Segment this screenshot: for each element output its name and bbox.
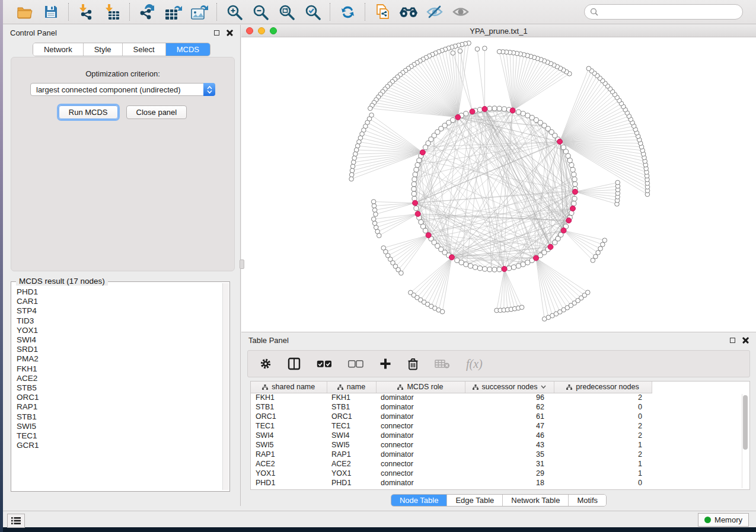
- table-row[interactable]: FKH1FKH1dominator962: [251, 393, 652, 402]
- show-all-icon[interactable]: [451, 2, 471, 21]
- network-node[interactable]: [487, 106, 492, 111]
- table-row[interactable]: RAP1RAP1dominator352: [251, 450, 652, 459]
- network-node[interactable]: [516, 264, 521, 268]
- network-node[interactable]: [371, 200, 376, 204]
- network-node[interactable]: [349, 177, 354, 181]
- network-node[interactable]: [368, 106, 373, 111]
- mcds-hub-node[interactable]: [470, 109, 475, 114]
- zoom-in-icon[interactable]: [224, 2, 244, 21]
- network-node[interactable]: [497, 267, 502, 272]
- tab-edge-table[interactable]: Edge Table: [447, 495, 503, 506]
- mcds-hub-node[interactable]: [415, 211, 420, 217]
- network-node[interactable]: [473, 265, 477, 270]
- mcds-hub-node[interactable]: [482, 107, 487, 112]
- network-node[interactable]: [417, 158, 422, 163]
- network-node[interactable]: [412, 182, 416, 187]
- network-node[interactable]: [464, 262, 468, 267]
- table-row[interactable]: SWI5SWI5connector431: [251, 440, 652, 450]
- network-node[interactable]: [423, 145, 428, 150]
- network-node[interactable]: [573, 182, 578, 187]
- network-node[interactable]: [468, 264, 473, 268]
- network-node[interactable]: [371, 217, 376, 222]
- mcds-result-item[interactable]: STB5: [15, 383, 222, 393]
- network-node[interactable]: [502, 107, 506, 111]
- network-node[interactable]: [567, 158, 572, 163]
- network-node[interactable]: [492, 106, 497, 111]
- function-builder-icon[interactable]: f(x): [466, 357, 483, 371]
- network-node[interactable]: [377, 233, 381, 238]
- network-node[interactable]: [475, 47, 480, 52]
- zoom-out-icon[interactable]: [250, 2, 270, 21]
- network-node[interactable]: [516, 110, 521, 114]
- tab-select[interactable]: Select: [123, 43, 166, 56]
- network-node[interactable]: [351, 160, 356, 165]
- zoom-selected-icon[interactable]: [302, 2, 323, 21]
- network-node[interactable]: [601, 242, 605, 247]
- table-row[interactable]: YOX1YOX1connector291: [251, 469, 652, 478]
- network-node[interactable]: [483, 46, 487, 51]
- mcds-hub-node[interactable]: [557, 139, 563, 145]
- network-node[interactable]: [521, 262, 525, 267]
- network-node[interactable]: [569, 162, 574, 167]
- tab-style[interactable]: Style: [84, 43, 123, 56]
- table-row[interactable]: ORC1ORC1dominator610: [251, 412, 652, 421]
- table-row[interactable]: SWI4SWI4dominator462: [251, 431, 652, 440]
- export-network-icon[interactable]: [137, 2, 157, 21]
- close-table-panel-icon[interactable]: [742, 337, 749, 344]
- tab-network-table[interactable]: Network Table: [503, 495, 569, 506]
- network-node[interactable]: [412, 177, 417, 182]
- network-node[interactable]: [372, 204, 377, 209]
- mcds-hub-node[interactable]: [548, 244, 553, 249]
- table-row[interactable]: TEC1TEC1connector472: [251, 421, 652, 431]
- mcds-result-item[interactable]: SWI5: [15, 422, 222, 431]
- select-all-icon[interactable]: [317, 360, 332, 368]
- import-table-icon[interactable]: [102, 2, 122, 21]
- panel-splitter-handle[interactable]: [240, 259, 244, 269]
- network-node[interactable]: [615, 180, 620, 185]
- mcds-result-item[interactable]: YOX1: [15, 326, 222, 335]
- mcds-result-item[interactable]: FKH1: [15, 364, 222, 374]
- mcds-hub-node[interactable]: [455, 114, 461, 120]
- mcds-result-item[interactable]: STP4: [15, 306, 222, 316]
- network-node[interactable]: [464, 111, 468, 116]
- delete-column-trash-icon[interactable]: [407, 358, 419, 370]
- network-node[interactable]: [414, 206, 419, 210]
- tab-node-table[interactable]: Node Table: [391, 495, 448, 506]
- mcds-result-item[interactable]: PHD1: [15, 287, 222, 297]
- mcds-result-item[interactable]: SWI4: [15, 335, 222, 345]
- network-node[interactable]: [353, 152, 358, 156]
- add-column-icon[interactable]: [379, 358, 391, 370]
- network-node[interactable]: [570, 167, 575, 172]
- mcds-hub-node[interactable]: [413, 200, 418, 206]
- mcds-hub-node[interactable]: [420, 150, 425, 155]
- tab-mcds[interactable]: MCDS: [166, 43, 210, 56]
- show-columns-icon[interactable]: [288, 357, 301, 370]
- network-node[interactable]: [596, 251, 601, 255]
- mcds-hub-node[interactable]: [449, 255, 454, 260]
- network-node[interactable]: [372, 208, 377, 213]
- network-node[interactable]: [399, 271, 404, 275]
- network-node[interactable]: [412, 187, 416, 191]
- mcds-result-item[interactable]: ACE2: [15, 374, 222, 383]
- mcds-result-item[interactable]: TEC1: [15, 431, 222, 441]
- network-node[interactable]: [497, 49, 502, 54]
- network-node[interactable]: [477, 266, 482, 271]
- first-neighbors-icon[interactable]: [398, 2, 419, 21]
- mcds-hub-node[interactable]: [561, 228, 566, 233]
- mcds-result-item[interactable]: PMA2: [15, 354, 222, 364]
- mcds-result-item[interactable]: SRD1: [15, 345, 222, 354]
- network-node[interactable]: [413, 172, 417, 177]
- open-folder-icon[interactable]: [15, 2, 35, 21]
- task-history-button[interactable]: [7, 514, 25, 528]
- network-node[interactable]: [572, 172, 576, 177]
- network-node[interactable]: [372, 221, 377, 226]
- table-row[interactable]: ACE2ACE2connector311: [251, 459, 652, 469]
- network-node[interactable]: [423, 228, 428, 233]
- search-field[interactable]: [584, 4, 743, 20]
- mcds-list-scrollbar[interactable]: [222, 283, 229, 490]
- column-header-shared-name[interactable]: shared name: [251, 382, 327, 393]
- column-header-predecessor-nodes[interactable]: predecessor nodes: [554, 382, 652, 393]
- column-header-successor-nodes[interactable]: successor nodes: [465, 382, 554, 393]
- network-node[interactable]: [487, 267, 492, 272]
- network-node[interactable]: [374, 212, 378, 217]
